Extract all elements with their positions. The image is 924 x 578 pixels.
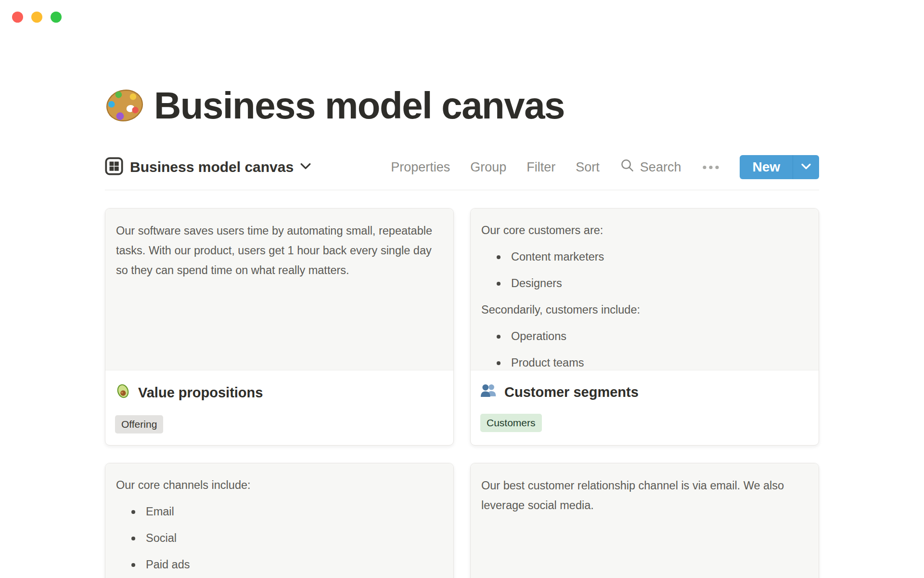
search-button-label: Search: [640, 160, 681, 175]
chevron-down-icon: [801, 163, 811, 171]
bullet-item: Email: [116, 499, 443, 525]
bullet-dot: [497, 282, 500, 286]
filter-button[interactable]: Filter: [526, 160, 555, 175]
card-customer-segments[interactable]: Our core customers are: Content marketer…: [470, 208, 819, 446]
new-button[interactable]: New: [740, 155, 793, 179]
card-value-propositions[interactable]: Our software saves users time by automat…: [105, 208, 454, 446]
bullet-item: Content marketers: [481, 244, 808, 270]
new-split-button: New: [740, 155, 819, 179]
bullet-dot: [131, 537, 135, 540]
card-title: Value propositions: [138, 385, 263, 401]
bullet-dot: [497, 361, 500, 365]
toolbar-divider: [105, 190, 819, 190]
bullet-dot: [497, 255, 500, 259]
bullet-dot: [131, 563, 135, 567]
bullet-item: Paid ads: [116, 552, 443, 578]
new-button-dropdown[interactable]: [793, 155, 819, 179]
sort-button[interactable]: Sort: [576, 160, 600, 175]
card-title-row: Value propositions: [115, 383, 444, 403]
window-controls: [12, 12, 62, 23]
card-preview: Our software saves users time by automat…: [105, 209, 453, 370]
bullet-item: Product teams: [481, 350, 808, 370]
card-preview: Our core channels include: Email Social …: [105, 463, 453, 578]
chevron-down-icon: [300, 163, 311, 171]
card-channels[interactable]: Our core channels include: Email Social …: [105, 463, 454, 578]
card-preview: Our best customer relationship channel i…: [471, 463, 819, 578]
preview-paragraph: Secondarily, customers include:: [481, 297, 808, 323]
bullet-dot: [131, 510, 135, 514]
bullet-dot: [497, 335, 500, 339]
card-title-row: Customer segments: [480, 383, 809, 401]
page-title[interactable]: Business model canvas: [154, 84, 565, 128]
card-preview: Our core customers are: Content marketer…: [471, 209, 819, 370]
tag-offering: Offering: [115, 415, 163, 434]
search-icon: [620, 158, 635, 176]
preview-paragraph: Our software saves users time by automat…: [116, 221, 443, 280]
preview-paragraph: Our best customer relationship channel i…: [481, 476, 808, 515]
card-customer-relationships[interactable]: Our best customer relationship channel i…: [470, 463, 819, 578]
view-switcher[interactable]: Business model canvas: [105, 157, 311, 177]
bullet-item: Designers: [481, 270, 808, 297]
avocado-icon: [115, 383, 131, 403]
view-menu: Properties Group Filter Sort Search: [391, 158, 681, 176]
preview-paragraph: Our core channels include:: [116, 472, 443, 499]
search-button[interactable]: Search: [620, 158, 681, 176]
preview-paragraph: Our core customers are:: [481, 217, 808, 244]
people-icon: [480, 383, 497, 401]
more-options-button[interactable]: [701, 161, 720, 174]
page-content: Business model canvas Business model can…: [105, 0, 819, 578]
page-header: Business model canvas: [105, 80, 565, 131]
close-window-button[interactable]: [12, 12, 23, 23]
group-button[interactable]: Group: [470, 160, 506, 175]
minimize-window-button[interactable]: [31, 12, 42, 23]
card-footer: Value propositions Offering: [105, 370, 453, 434]
bullet-item: Social: [116, 525, 443, 552]
card-footer: Customer segments Customers: [471, 370, 819, 432]
properties-button[interactable]: Properties: [391, 160, 450, 175]
bullet-item: Operations: [481, 323, 808, 350]
view-switcher-label: Business model canvas: [130, 159, 294, 175]
zoom-window-button[interactable]: [51, 12, 62, 23]
palette-icon: [105, 88, 144, 123]
view-bar: Business model canvas Properties Group F…: [105, 154, 819, 180]
card-title: Customer segments: [504, 384, 639, 400]
ellipsis-icon: [702, 164, 719, 171]
board-view-icon: [105, 157, 123, 177]
tag-customers: Customers: [480, 414, 542, 432]
